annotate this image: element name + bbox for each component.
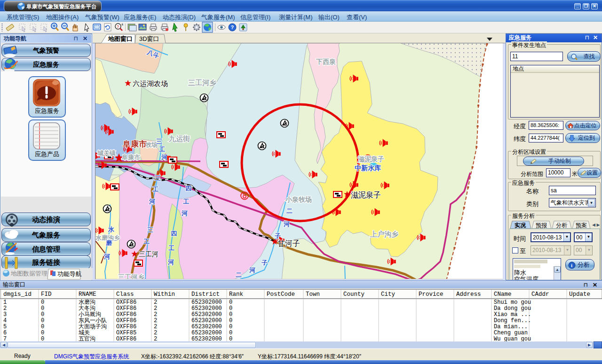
svg-text:Shui mo gou: Shui mo gou xyxy=(494,299,531,306)
svg-text:三: 三 xyxy=(147,226,153,233)
svg-text:Town: Town xyxy=(306,291,320,298)
svg-text:三: 三 xyxy=(155,174,161,182)
svg-text:6: 6 xyxy=(3,330,7,336)
svg-text:河: 河 xyxy=(149,198,155,205)
svg-text:河: 河 xyxy=(283,221,290,228)
svg-text:河: 河 xyxy=(103,253,110,260)
svg-text:0: 0 xyxy=(229,324,232,330)
svg-text:CAddr: CAddr xyxy=(531,291,549,298)
svg-text:OXFF86: OXFF86 xyxy=(116,324,136,330)
svg-text:dmgis_id: dmgis_id xyxy=(3,291,32,298)
svg-text:0: 0 xyxy=(41,305,44,312)
svg-text:OXFF86: OXFF86 xyxy=(116,311,136,318)
svg-text:甘河子: 甘河子 xyxy=(277,239,300,247)
svg-text:652302000: 652302000 xyxy=(191,336,222,341)
svg-text:磨: 磨 xyxy=(105,239,112,246)
svg-text:东风一小队: 东风一小队 xyxy=(79,317,107,324)
svg-text:大冬沟: 大冬沟 xyxy=(79,305,95,311)
svg-text:工: 工 xyxy=(143,238,150,245)
svg-text:中新水库: 中新水库 xyxy=(355,164,381,172)
svg-text:城关: 城关 xyxy=(79,329,90,336)
svg-text:六运湖农场: 六运湖农场 xyxy=(133,79,168,87)
svg-text:0: 0 xyxy=(229,317,232,324)
svg-text:0: 0 xyxy=(41,311,44,318)
svg-text:0: 0 xyxy=(41,330,44,336)
svg-text:2: 2 xyxy=(154,317,157,324)
svg-text:OXFF85: OXFF85 xyxy=(116,330,136,336)
svg-text:四: 四 xyxy=(185,185,191,192)
svg-text:5: 5 xyxy=(3,324,7,330)
svg-text:二: 二 xyxy=(286,207,293,214)
svg-text:0: 0 xyxy=(41,317,44,324)
svg-text:河: 河 xyxy=(167,259,174,266)
svg-text:PostCode: PostCode xyxy=(267,291,295,298)
svg-text:Cheng guan: Cheng guan xyxy=(494,330,528,336)
svg-text:Provice: Provice xyxy=(419,291,444,298)
svg-text:652302000: 652302000 xyxy=(191,305,222,312)
svg-text:RNAME: RNAME xyxy=(79,291,96,298)
svg-text:OXFF86: OXFF86 xyxy=(116,336,136,341)
svg-text:阜康市: 阜康市 xyxy=(121,154,140,161)
svg-text:◀ ▶: ◀ ▶ xyxy=(592,222,600,227)
svg-text:实况: 实况 xyxy=(515,222,526,229)
svg-text:652302000: 652302000 xyxy=(191,317,222,324)
svg-text:OXFF86: OXFF86 xyxy=(116,299,136,306)
svg-text:0: 0 xyxy=(41,324,44,330)
svg-text:功能导航: 功能导航 xyxy=(57,270,82,277)
svg-text:Dong fen...: Dong fen... xyxy=(494,317,531,324)
svg-text:小马厩沟: 小马厩沟 xyxy=(79,311,101,317)
svg-text:7: 7 xyxy=(3,336,7,341)
svg-text:预报: 预报 xyxy=(536,222,547,229)
svg-text:工: 工 xyxy=(168,245,174,252)
svg-text:牧场: 牧场 xyxy=(145,141,158,148)
svg-text:Address: Address xyxy=(456,291,481,298)
svg-text:预案: 预案 xyxy=(576,222,587,229)
svg-text:四: 四 xyxy=(171,230,177,237)
svg-text:2: 2 xyxy=(154,324,157,330)
svg-text:652302000: 652302000 xyxy=(191,330,222,336)
svg-text:三工河乡: 三工河乡 xyxy=(118,273,144,279)
svg-text:0: 0 xyxy=(229,311,232,318)
svg-text:3: 3 xyxy=(3,311,7,318)
svg-text:Class: Class xyxy=(116,291,134,298)
svg-text:工: 工 xyxy=(159,146,165,153)
svg-text:Da dong gou: Da dong gou xyxy=(494,305,531,312)
svg-text:五官沟: 五官沟 xyxy=(79,335,95,341)
svg-text:2: 2 xyxy=(3,305,7,312)
svg-text:二: 二 xyxy=(236,271,242,278)
svg-text:三工河乡: 三工河乡 xyxy=(188,79,216,87)
svg-text:Xiao ma ...: Xiao ma ... xyxy=(494,311,531,318)
svg-text:九运街: 九运街 xyxy=(168,135,190,142)
svg-text:分析: 分析 xyxy=(556,222,567,229)
svg-text:OXFF86: OXFF86 xyxy=(116,317,136,324)
svg-text:大面场子沟: 大面场子沟 xyxy=(79,323,107,330)
svg-text:城关镇: 城关镇 xyxy=(97,150,116,157)
svg-text:652302000: 652302000 xyxy=(191,324,222,330)
svg-text:Update: Update xyxy=(569,291,590,298)
svg-text:±: ± xyxy=(121,22,124,26)
svg-text:CName: CName xyxy=(494,291,512,298)
svg-text:三: 三 xyxy=(156,138,162,145)
svg-text:County: County xyxy=(343,291,365,298)
svg-text:3D窗口: 3D窗口 xyxy=(139,35,159,42)
svg-text:水: 水 xyxy=(108,226,115,233)
svg-text:2: 2 xyxy=(154,330,157,336)
svg-text:2: 2 xyxy=(154,311,157,318)
svg-text:Within: Within xyxy=(154,291,175,298)
svg-text:?: ? xyxy=(231,24,234,30)
svg-text:City: City xyxy=(381,291,396,298)
svg-text:2: 2 xyxy=(154,305,157,312)
svg-text:滋泥泉子: 滋泥泉子 xyxy=(357,155,384,163)
svg-text:0: 0 xyxy=(229,330,232,336)
svg-text:FID: FID xyxy=(41,291,52,298)
svg-text:地图窗口: 地图窗口 xyxy=(108,35,133,42)
svg-text:2: 2 xyxy=(154,336,157,341)
svg-text:652302000: 652302000 xyxy=(191,311,222,318)
svg-text:工: 工 xyxy=(183,198,189,205)
svg-text:滋泥泉子: 滋泥泉子 xyxy=(351,191,381,199)
svg-text:三工河: 三工河 xyxy=(139,250,158,258)
svg-text:下西泉: 下西泉 xyxy=(316,58,336,65)
svg-text:工: 工 xyxy=(152,186,158,193)
svg-text:子: 子 xyxy=(261,259,268,266)
svg-text:4: 4 xyxy=(3,317,7,324)
